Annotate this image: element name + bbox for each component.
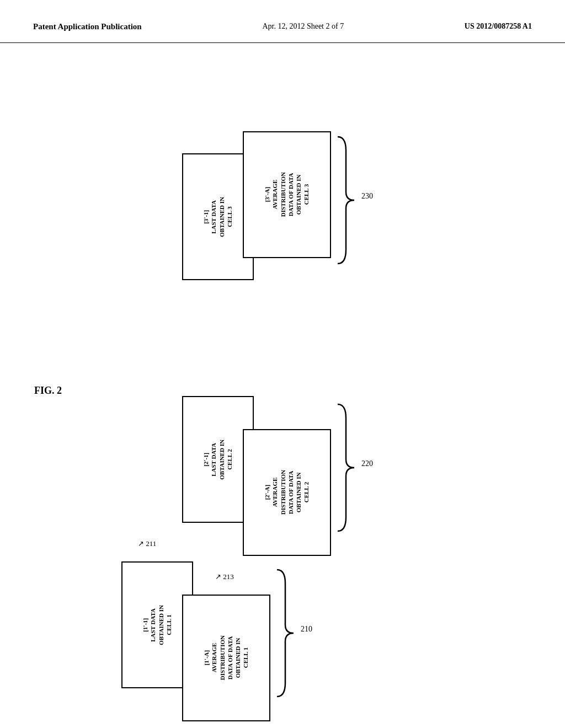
label-210: 210 bbox=[301, 625, 312, 634]
label-230: 230 bbox=[361, 192, 373, 201]
box-213: [1'-A]AVERAGEDISTRIBUTIONDATA OF DATAOBT… bbox=[182, 595, 270, 721]
header-date-sheet: Apr. 12, 2012 Sheet 2 of 7 bbox=[262, 22, 344, 31]
diagram-area: FIG. 2 [1'-1]LAST DATAOBTAINED INCELL 1 … bbox=[0, 43, 565, 727]
box-230-right-text: [3'-A]AVERAGEDISTRIBUTIONDATA OF DATAOBT… bbox=[263, 172, 311, 217]
box-220-right-text: [2'-A]AVERAGEDISTRIBUTIONDATA OF DATAOBT… bbox=[263, 470, 311, 515]
label-220: 220 bbox=[361, 459, 373, 468]
box-213-text: [1'-A]AVERAGEDISTRIBUTIONDATA OF DATAOBT… bbox=[202, 635, 250, 680]
box-211-text: [1'-1]LAST DATAOBTAINED INCELL 1 bbox=[141, 605, 173, 645]
box-220-left-text: [2'-1]LAST DATAOBTAINED INCELL 2 bbox=[202, 440, 233, 480]
brace-230 bbox=[332, 134, 360, 266]
header-patent-number: US 2012/0087258 A1 bbox=[465, 22, 532, 31]
callout-213: ↗ 213 bbox=[215, 572, 234, 581]
callout-211: ↗ 211 bbox=[138, 539, 156, 548]
fig-label: FIG. 2 bbox=[34, 385, 62, 397]
header-publication-label: Patent Application Publication bbox=[33, 22, 142, 31]
brace-210 bbox=[271, 567, 299, 699]
box-230-left-text: [3'-1]LAST DATAOBTAINED INCELL 3 bbox=[202, 197, 233, 237]
box-220-right: [2'-A]AVERAGEDISTRIBUTIONDATA OF DATAOBT… bbox=[243, 429, 331, 556]
page-header: Patent Application Publication Apr. 12, … bbox=[0, 0, 565, 43]
brace-220 bbox=[332, 402, 360, 534]
box-230-right: [3'-A]AVERAGEDISTRIBUTIONDATA OF DATAOBT… bbox=[243, 131, 331, 258]
